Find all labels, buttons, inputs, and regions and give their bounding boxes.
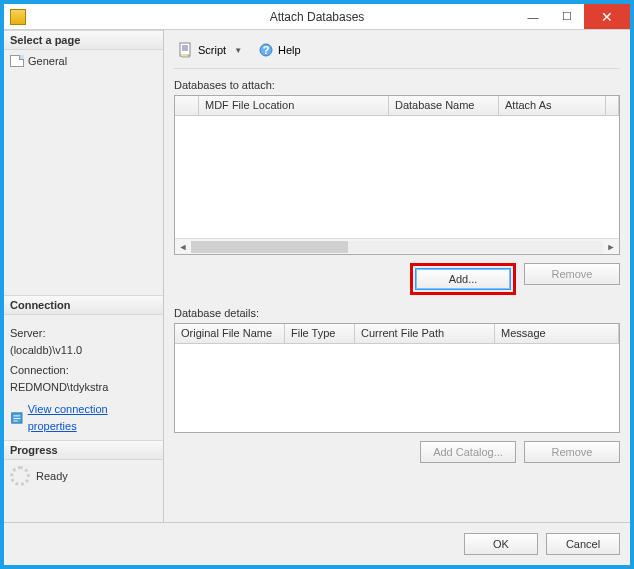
svg-rect-2 <box>13 418 20 419</box>
scroll-right-icon[interactable]: ► <box>603 242 619 252</box>
col-file-type[interactable]: File Type <box>285 324 355 343</box>
details-grid-body[interactable] <box>175 344 619 432</box>
col-current-file-path[interactable]: Current File Path <box>355 324 495 343</box>
script-label: Script <box>198 44 226 56</box>
add-button[interactable]: Add... <box>415 268 511 290</box>
select-page-header: Select a page <box>4 30 163 50</box>
page-icon <box>10 55 24 67</box>
databases-to-attach-label: Databases to attach: <box>174 79 620 91</box>
connection-label: Connection: <box>10 362 157 379</box>
ok-button[interactable]: OK <box>464 533 538 555</box>
properties-icon <box>10 411 24 425</box>
chevron-down-icon[interactable]: ▼ <box>234 46 242 55</box>
svg-rect-1 <box>13 415 20 416</box>
attach-grid-header: MDF File Location Database Name Attach A… <box>175 96 619 116</box>
remove-detail-button: Remove <box>524 441 620 463</box>
window-controls: — ☐ ✕ <box>516 4 630 29</box>
right-pane: Script ▼ ? Help Databases to attach: MDF… <box>164 30 630 522</box>
help-button[interactable]: ? Help <box>254 40 305 60</box>
help-label: Help <box>278 44 301 56</box>
maximize-button[interactable]: ☐ <box>550 4 584 29</box>
scroll-left-icon[interactable]: ◄ <box>175 242 191 252</box>
horizontal-scrollbar[interactable]: ◄ ► <box>175 238 619 254</box>
databases-to-attach-grid[interactable]: MDF File Location Database Name Attach A… <box>174 95 620 255</box>
server-value: (localdb)\v11.0 <box>10 342 157 359</box>
script-icon <box>178 42 194 58</box>
minimize-button[interactable]: — <box>516 4 550 29</box>
col-attach-as[interactable]: Attach As <box>499 96 606 115</box>
details-grid-header: Original File Name File Type Current Fil… <box>175 324 619 344</box>
help-icon: ? <box>258 42 274 58</box>
remove-button: Remove <box>524 263 620 285</box>
col-message[interactable]: Message <box>495 324 619 343</box>
row-header-stub <box>175 96 199 115</box>
attach-grid-body[interactable] <box>175 116 619 238</box>
col-database-name[interactable]: Database Name <box>389 96 499 115</box>
server-label: Server: <box>10 325 157 342</box>
col-overflow <box>606 96 619 115</box>
toolbar: Script ▼ ? Help <box>174 36 620 69</box>
database-details-label: Database details: <box>174 307 620 319</box>
scroll-track[interactable] <box>191 241 603 253</box>
database-details-grid[interactable]: Original File Name File Type Current Fil… <box>174 323 620 433</box>
col-mdf-file-location[interactable]: MDF File Location <box>199 96 389 115</box>
titlebar[interactable]: Attach Databases — ☐ ✕ <box>4 4 630 30</box>
add-button-highlight: Add... <box>410 263 516 295</box>
col-original-file-name[interactable]: Original File Name <box>175 324 285 343</box>
scroll-thumb[interactable] <box>191 241 348 253</box>
left-pane: Select a page General Connection Server:… <box>4 30 164 522</box>
progress-block: Ready <box>4 460 163 492</box>
svg-rect-3 <box>13 420 17 421</box>
dialog-footer: OK Cancel <box>4 522 630 565</box>
svg-text:?: ? <box>263 44 270 56</box>
attach-databases-dialog: Attach Databases — ☐ ✕ Select a page Gen… <box>0 0 634 569</box>
progress-spinner-icon <box>10 466 30 486</box>
progress-status: Ready <box>36 470 68 482</box>
database-icon <box>10 9 26 25</box>
connection-header: Connection <box>4 295 163 315</box>
add-catalog-button: Add Catalog... <box>420 441 516 463</box>
script-button[interactable]: Script ▼ <box>174 40 250 60</box>
view-connection-properties-link[interactable]: View connection properties <box>28 401 157 434</box>
close-button[interactable]: ✕ <box>584 4 630 29</box>
progress-header: Progress <box>4 440 163 460</box>
cancel-button[interactable]: Cancel <box>546 533 620 555</box>
connection-value: REDMOND\tdykstra <box>10 379 157 396</box>
connection-info: Server: (localdb)\v11.0 Connection: REDM… <box>4 315 163 440</box>
page-label: General <box>28 55 67 67</box>
page-item-general[interactable]: General <box>10 54 157 68</box>
